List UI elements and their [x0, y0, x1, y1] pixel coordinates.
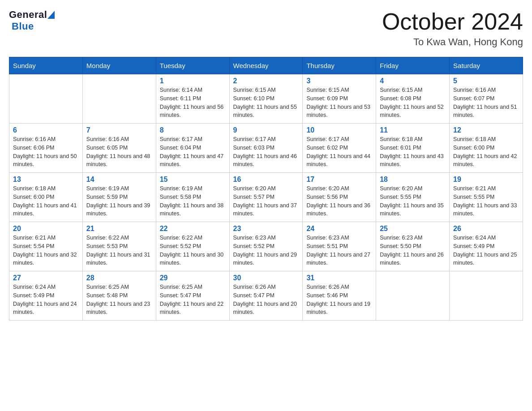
week-row-1: 1Sunrise: 6:14 AMSunset: 6:11 PMDaylight… — [9, 74, 523, 124]
day-number-20: 20 — [13, 225, 79, 233]
header-sunday: Sunday — [9, 57, 83, 74]
day-info-25: Sunrise: 6:23 AMSunset: 5:50 PMDaylight:… — [380, 234, 446, 267]
day-number-18: 18 — [380, 176, 446, 184]
day-info-21: Sunrise: 6:22 AMSunset: 5:53 PMDaylight:… — [86, 234, 152, 267]
day-info-1: Sunrise: 6:14 AMSunset: 6:11 PMDaylight:… — [160, 86, 226, 120]
cell-3-2: 22Sunrise: 6:22 AMSunset: 5:52 PMDayligh… — [156, 222, 229, 271]
header-tuesday: Tuesday — [156, 57, 229, 74]
cell-2-2: 15Sunrise: 6:19 AMSunset: 5:58 PMDayligh… — [156, 173, 229, 222]
cell-2-0: 13Sunrise: 6:18 AMSunset: 6:00 PMDayligh… — [9, 173, 83, 222]
day-info-2: Sunrise: 6:15 AMSunset: 6:10 PMDaylight:… — [233, 86, 299, 120]
day-info-14: Sunrise: 6:19 AMSunset: 5:59 PMDaylight:… — [86, 184, 152, 218]
cell-1-0: 6Sunrise: 6:16 AMSunset: 6:06 PMDaylight… — [9, 124, 83, 173]
day-number-24: 24 — [306, 225, 372, 233]
week-row-3: 13Sunrise: 6:18 AMSunset: 6:00 PMDayligh… — [9, 173, 523, 222]
cell-2-5: 18Sunrise: 6:20 AMSunset: 5:55 PMDayligh… — [376, 173, 450, 222]
day-number-2: 2 — [233, 77, 299, 85]
day-info-10: Sunrise: 6:17 AMSunset: 6:02 PMDaylight:… — [306, 135, 372, 169]
day-info-9: Sunrise: 6:17 AMSunset: 6:03 PMDaylight:… — [233, 135, 299, 169]
logo-general-text: General — [9, 9, 47, 21]
day-number-13: 13 — [13, 176, 79, 184]
cell-3-1: 21Sunrise: 6:22 AMSunset: 5:53 PMDayligh… — [82, 222, 156, 271]
day-info-12: Sunrise: 6:18 AMSunset: 6:00 PMDaylight:… — [453, 135, 519, 169]
day-info-16: Sunrise: 6:20 AMSunset: 5:57 PMDaylight:… — [233, 184, 299, 218]
day-number-12: 12 — [453, 126, 519, 134]
day-number-1: 1 — [160, 77, 226, 85]
cell-0-1 — [82, 74, 156, 124]
header-wednesday: Wednesday — [229, 57, 303, 74]
cell-1-5: 11Sunrise: 6:18 AMSunset: 6:01 PMDayligh… — [376, 124, 450, 173]
day-info-11: Sunrise: 6:18 AMSunset: 6:01 PMDaylight:… — [380, 135, 446, 169]
title-block: October 2024 To Kwa Wan, Hong Kong — [382, 9, 523, 48]
day-info-13: Sunrise: 6:18 AMSunset: 6:00 PMDaylight:… — [13, 184, 79, 218]
day-info-26: Sunrise: 6:24 AMSunset: 5:49 PMDaylight:… — [453, 234, 519, 267]
cell-4-1: 28Sunrise: 6:25 AMSunset: 5:48 PMDayligh… — [82, 271, 156, 321]
day-info-29: Sunrise: 6:25 AMSunset: 5:47 PMDaylight:… — [160, 283, 226, 317]
day-info-22: Sunrise: 6:22 AMSunset: 5:52 PMDaylight:… — [160, 234, 226, 267]
logo-triangle-icon — [47, 11, 55, 19]
week-row-2: 6Sunrise: 6:16 AMSunset: 6:06 PMDaylight… — [9, 124, 523, 173]
day-number-31: 31 — [306, 274, 372, 282]
location-title: To Kwa Wan, Hong Kong — [382, 36, 523, 48]
cell-3-0: 20Sunrise: 6:21 AMSunset: 5:54 PMDayligh… — [9, 222, 83, 271]
day-info-24: Sunrise: 6:23 AMSunset: 5:51 PMDaylight:… — [306, 234, 372, 267]
day-info-8: Sunrise: 6:17 AMSunset: 6:04 PMDaylight:… — [160, 135, 226, 169]
cell-0-5: 4Sunrise: 6:15 AMSunset: 6:08 PMDaylight… — [376, 74, 450, 124]
day-info-23: Sunrise: 6:23 AMSunset: 5:52 PMDaylight:… — [233, 234, 299, 267]
cell-0-4: 3Sunrise: 6:15 AMSunset: 6:09 PMDaylight… — [303, 74, 376, 124]
day-info-31: Sunrise: 6:26 AMSunset: 5:46 PMDaylight:… — [306, 283, 372, 317]
cell-2-6: 19Sunrise: 6:21 AMSunset: 5:55 PMDayligh… — [450, 173, 523, 222]
cell-4-3: 30Sunrise: 6:26 AMSunset: 5:47 PMDayligh… — [229, 271, 303, 321]
day-info-30: Sunrise: 6:26 AMSunset: 5:47 PMDaylight:… — [233, 283, 299, 317]
day-number-21: 21 — [86, 225, 152, 233]
cell-1-4: 10Sunrise: 6:17 AMSunset: 6:02 PMDayligh… — [303, 124, 376, 173]
cell-2-1: 14Sunrise: 6:19 AMSunset: 5:59 PMDayligh… — [82, 173, 156, 222]
day-info-20: Sunrise: 6:21 AMSunset: 5:54 PMDaylight:… — [13, 234, 79, 267]
month-title: October 2024 — [382, 9, 523, 34]
calendar-table: SundayMondayTuesdayWednesdayThursdayFrid… — [9, 57, 523, 321]
cell-2-4: 17Sunrise: 6:20 AMSunset: 5:56 PMDayligh… — [303, 173, 376, 222]
cell-4-6 — [450, 271, 523, 321]
day-info-17: Sunrise: 6:20 AMSunset: 5:56 PMDaylight:… — [306, 184, 372, 218]
cell-1-2: 8Sunrise: 6:17 AMSunset: 6:04 PMDaylight… — [156, 124, 229, 173]
cell-0-6: 5Sunrise: 6:16 AMSunset: 6:07 PMDaylight… — [450, 74, 523, 124]
cell-4-0: 27Sunrise: 6:24 AMSunset: 5:49 PMDayligh… — [9, 271, 83, 321]
day-number-25: 25 — [380, 225, 446, 233]
day-number-4: 4 — [380, 77, 446, 85]
day-info-7: Sunrise: 6:16 AMSunset: 6:05 PMDaylight:… — [86, 135, 152, 169]
cell-4-2: 29Sunrise: 6:25 AMSunset: 5:47 PMDayligh… — [156, 271, 229, 321]
page-header: General Blue October 2024 To Kwa Wan, Ho… — [9, 9, 523, 48]
day-number-10: 10 — [306, 126, 372, 134]
calendar-header-row: SundayMondayTuesdayWednesdayThursdayFrid… — [9, 57, 523, 74]
cell-0-2: 1Sunrise: 6:14 AMSunset: 6:11 PMDaylight… — [156, 74, 229, 124]
logo-blue-text: Blue — [12, 21, 34, 32]
cell-3-6: 26Sunrise: 6:24 AMSunset: 5:49 PMDayligh… — [450, 222, 523, 271]
cell-0-3: 2Sunrise: 6:15 AMSunset: 6:10 PMDaylight… — [229, 74, 303, 124]
day-number-22: 22 — [160, 225, 226, 233]
day-number-15: 15 — [160, 176, 226, 184]
header-thursday: Thursday — [303, 57, 376, 74]
day-number-23: 23 — [233, 225, 299, 233]
day-info-5: Sunrise: 6:16 AMSunset: 6:07 PMDaylight:… — [453, 86, 519, 120]
day-number-5: 5 — [453, 77, 519, 85]
day-number-29: 29 — [160, 274, 226, 282]
day-number-8: 8 — [160, 126, 226, 134]
day-number-16: 16 — [233, 176, 299, 184]
cell-1-6: 12Sunrise: 6:18 AMSunset: 6:00 PMDayligh… — [450, 124, 523, 173]
cell-4-5 — [376, 271, 450, 321]
cell-4-4: 31Sunrise: 6:26 AMSunset: 5:46 PMDayligh… — [303, 271, 376, 321]
day-number-7: 7 — [86, 126, 152, 134]
header-monday: Monday — [82, 57, 156, 74]
cell-2-3: 16Sunrise: 6:20 AMSunset: 5:57 PMDayligh… — [229, 173, 303, 222]
day-info-6: Sunrise: 6:16 AMSunset: 6:06 PMDaylight:… — [13, 135, 79, 169]
cell-1-3: 9Sunrise: 6:17 AMSunset: 6:03 PMDaylight… — [229, 124, 303, 173]
cell-3-5: 25Sunrise: 6:23 AMSunset: 5:50 PMDayligh… — [376, 222, 450, 271]
day-info-3: Sunrise: 6:15 AMSunset: 6:09 PMDaylight:… — [306, 86, 372, 120]
day-number-3: 3 — [306, 77, 372, 85]
day-number-11: 11 — [380, 126, 446, 134]
cell-1-1: 7Sunrise: 6:16 AMSunset: 6:05 PMDaylight… — [82, 124, 156, 173]
day-number-30: 30 — [233, 274, 299, 282]
week-row-5: 27Sunrise: 6:24 AMSunset: 5:49 PMDayligh… — [9, 271, 523, 321]
day-number-28: 28 — [86, 274, 152, 282]
day-info-18: Sunrise: 6:20 AMSunset: 5:55 PMDaylight:… — [380, 184, 446, 218]
